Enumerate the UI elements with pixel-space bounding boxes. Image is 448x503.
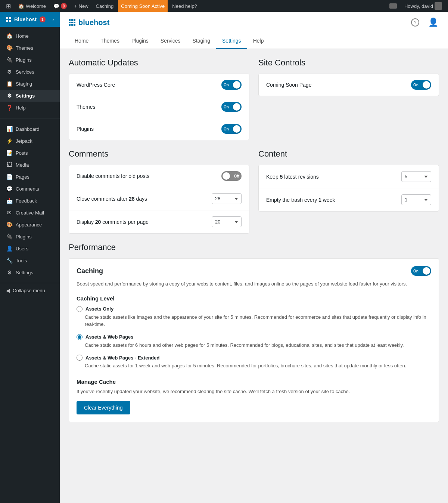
- sidebar-item-pages[interactable]: 📄 Pages: [0, 171, 60, 183]
- sidebar-item-services[interactable]: ⚙ Services: [0, 66, 60, 78]
- bluehost-nav: 🏠 Home 🎨 Themes 🔌 Plugins ⚙ Services 📋 S…: [0, 27, 60, 117]
- tab-plugins[interactable]: Plugins: [125, 33, 155, 49]
- assets-web-extended-label[interactable]: Assets & Web Pages - Extended: [77, 355, 431, 361]
- automatic-updates-section: Automatic Updates WordPress Core On Them…: [69, 58, 249, 140]
- sidebar-item-settings-wp-label: Settings: [16, 270, 33, 275]
- coming-soon-label: Coming Soon Page: [266, 82, 311, 88]
- user-circle-button[interactable]: 👤: [427, 16, 439, 28]
- home-icon: 🏠: [18, 3, 24, 9]
- site-controls-title: Site Controls: [258, 58, 439, 68]
- assets-web-extended-radio[interactable]: [77, 355, 83, 361]
- screen-options-button[interactable]: [386, 0, 400, 12]
- clear-everything-button[interactable]: Clear Everything: [77, 401, 130, 414]
- sidebar-item-feedback[interactable]: 📩 Feedback: [0, 195, 60, 207]
- bluehost-menu-header[interactable]: Bluehost 1 ›: [0, 12, 60, 27]
- need-help-button[interactable]: Need help?: [169, 0, 200, 12]
- tab-services[interactable]: Services: [155, 33, 187, 49]
- sidebar-item-appearance[interactable]: 🎨 Appearance: [0, 219, 60, 231]
- sidebar-item-posts[interactable]: 📝 Posts: [0, 147, 60, 159]
- help-circle-button[interactable]: ?: [409, 16, 421, 28]
- comments-button[interactable]: 💬 0: [50, 0, 70, 12]
- close-days-bold: 28: [129, 196, 135, 202]
- performance-section: Performance Caching On Boost speed and p…: [69, 243, 439, 422]
- coming-soon-toggle[interactable]: On: [411, 80, 431, 90]
- sidebar-item-dashboard[interactable]: 📊 Dashboard: [0, 123, 60, 135]
- sidebar-item-creative-mail[interactable]: ✉ Creative Mail: [0, 207, 60, 219]
- content-section: Content Keep 5 latest revisions 5 Empty …: [258, 149, 439, 234]
- tab-themes[interactable]: Themes: [94, 33, 125, 49]
- caching-button[interactable]: Caching: [93, 0, 117, 12]
- disable-comments-toggle[interactable]: Off: [221, 171, 242, 181]
- main-content: bluehost ? 👤 Home Themes Plugins Service…: [60, 12, 448, 503]
- sidebar-item-help-label: Help: [16, 105, 26, 111]
- sidebar-item-services-label: Services: [16, 69, 34, 75]
- tab-settings[interactable]: Settings: [216, 33, 247, 49]
- tab-help[interactable]: Help: [247, 33, 270, 49]
- assets-only-label[interactable]: Assets Only: [77, 306, 431, 312]
- collapse-label: Collapse menu: [13, 288, 45, 293]
- wordpress-core-label: WordPress Core: [77, 82, 115, 88]
- comments-icon: 💬: [6, 186, 13, 192]
- collapse-icon: ◀: [6, 288, 10, 293]
- plugins-update-toggle[interactable]: On: [221, 124, 242, 134]
- site-controls-section: Site Controls Coming Soon Page On: [258, 58, 439, 140]
- cache-level-title: Caching Level: [77, 295, 431, 302]
- sidebar-item-home-label: Home: [16, 33, 29, 39]
- bluehost-logo: bluehost: [69, 18, 109, 27]
- site-name-button[interactable]: 🏠 Welcome: [15, 0, 49, 12]
- radio-option-assets-web: Assets & Web Pages Cache static assets f…: [77, 334, 431, 349]
- themes-update-toggle-label: On: [224, 105, 229, 109]
- grid-icon: [6, 17, 11, 22]
- sidebar-divider-2: [0, 283, 60, 283]
- assets-web-radio[interactable]: [77, 334, 83, 340]
- sidebar-item-home[interactable]: 🏠 Home: [0, 30, 60, 42]
- sidebar-item-users[interactable]: 👤 Users: [0, 243, 60, 254]
- sidebar-item-themes[interactable]: 🎨 Themes: [0, 42, 60, 54]
- display-comments-select[interactable]: 20: [212, 216, 242, 227]
- sidebar-item-staging[interactable]: 📋 Staging: [0, 78, 60, 90]
- collapse-menu[interactable]: ◀ Collapse menu: [0, 285, 60, 296]
- need-help-label: Need help?: [172, 3, 197, 9]
- users-icon: 👤: [6, 246, 13, 252]
- themes-update-toggle[interactable]: On: [221, 102, 242, 112]
- wordpress-core-toggle[interactable]: On: [221, 80, 242, 90]
- sidebar-item-jetpack-label: Jetpack: [16, 138, 32, 144]
- themes-icon: 🎨: [6, 45, 13, 51]
- revisions-row: Keep 5 latest revisions 5: [259, 165, 439, 188]
- creative-mail-icon: ✉: [6, 210, 13, 216]
- disable-comments-label: Disable comments for old posts: [77, 173, 149, 179]
- tab-staging[interactable]: Staging: [187, 33, 216, 49]
- sidebar-item-settings[interactable]: ⚙ Settings: [0, 90, 60, 102]
- revisions-select[interactable]: 5: [401, 171, 431, 182]
- header-icons: ? 👤: [409, 16, 439, 28]
- assets-only-radio[interactable]: [77, 306, 83, 312]
- coming-soon-button[interactable]: Coming Soon Active: [118, 0, 168, 12]
- bluehost-header: bluehost ? 👤: [60, 12, 448, 33]
- sidebar-item-help[interactable]: ❓ Help: [0, 102, 60, 114]
- close-comments-select[interactable]: 28: [212, 193, 242, 204]
- assets-web-label[interactable]: Assets & Web Pages: [77, 334, 431, 340]
- dashboard-icon: 📊: [6, 126, 13, 132]
- howdy-label: Howdy, david: [404, 3, 433, 9]
- wp-logo-button[interactable]: ⊞: [3, 0, 14, 12]
- wordpress-core-row: WordPress Core On: [69, 74, 249, 96]
- sidebar-item-settings-wp[interactable]: ⚙ Settings: [0, 266, 60, 278]
- sidebar-item-jetpack[interactable]: ⚡ Jetpack: [0, 135, 60, 147]
- settings-icon: ⚙: [6, 93, 13, 99]
- sidebar-item-media[interactable]: 🖼 Media: [0, 159, 60, 171]
- assets-web-desc: Cache static assets for 6 hours and othe…: [85, 342, 431, 349]
- new-button[interactable]: + New: [71, 0, 91, 12]
- sidebar-item-plugins-wp[interactable]: 🔌 Plugins: [0, 231, 60, 243]
- disable-comments-toggle-knob: [223, 172, 230, 180]
- sidebar-item-tools[interactable]: 🔧 Tools: [0, 254, 60, 266]
- sidebar-item-staging-label: Staging: [16, 81, 32, 87]
- bluehost-badge: 1: [40, 16, 46, 22]
- trash-select[interactable]: 1: [401, 194, 431, 205]
- sidebar-item-comments[interactable]: 💬 Comments: [0, 183, 60, 195]
- site-controls-card: Coming Soon Page On: [258, 74, 439, 96]
- howdy-button[interactable]: Howdy, david: [401, 0, 445, 12]
- tab-home[interactable]: Home: [69, 33, 94, 49]
- caching-toggle[interactable]: On: [411, 266, 431, 276]
- manage-cache-description: If you've recently updated your website,…: [77, 388, 431, 395]
- sidebar-item-plugins[interactable]: 🔌 Plugins: [0, 54, 60, 66]
